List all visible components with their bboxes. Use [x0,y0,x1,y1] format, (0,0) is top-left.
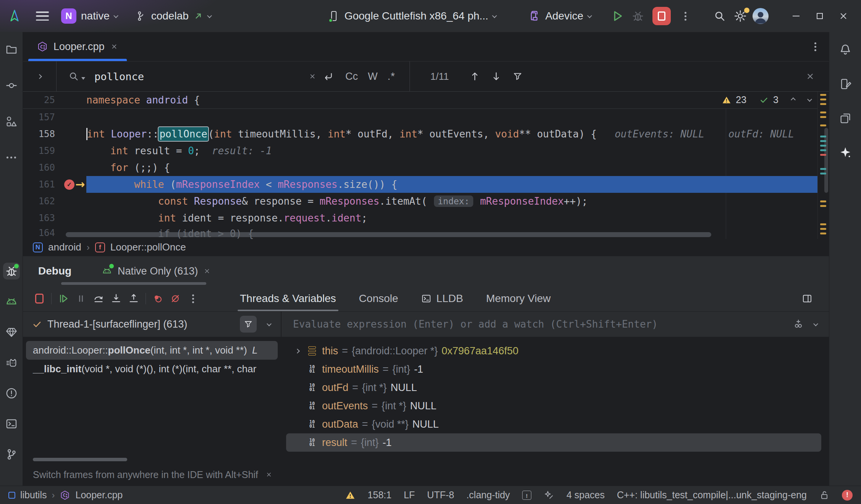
filter-search-button[interactable] [512,71,523,82]
unlock-icon[interactable] [819,490,830,501]
regex-toggle[interactable]: .* [387,71,395,82]
project-widget[interactable]: N native [61,8,118,24]
stripe-mark[interactable] [820,228,826,230]
view-breakpoints-button[interactable] [149,290,167,307]
gutter[interactable] [63,159,86,176]
gemini-tool-button[interactable] [837,144,854,161]
gutter[interactable] [63,109,86,126]
avatar[interactable] [753,8,769,24]
debug-tool-button[interactable] [3,263,20,279]
stripe-mark[interactable] [820,140,826,142]
code-suggestion-icon[interactable] [544,490,554,501]
stripe-mark[interactable] [820,149,826,151]
search-mode-button[interactable] [68,71,85,82]
tab-memory-view[interactable]: Memory View [474,286,562,311]
mute-breakpoints-button[interactable] [167,290,184,307]
previous-match-button[interactable] [469,71,480,82]
code-line[interactable]: 157 [23,109,829,126]
more-actions-button[interactable] [677,8,694,24]
clear-search-icon[interactable] [309,73,316,80]
breakpoint-icon[interactable]: ✓ [64,179,74,190]
code-editor[interactable]: 25namespace android { 157158int Looper::… [23,92,829,239]
horizontal-scrollbar[interactable] [66,232,711,237]
status-module[interactable]: libutils [20,489,47,501]
editor-tab-looper[interactable]: C Looper.cpp [28,32,127,61]
status-file[interactable]: Looper.cpp [75,489,123,501]
stripe-mark[interactable] [820,145,826,147]
tabstrip-scrollbar[interactable] [61,282,206,285]
dismiss-hint-icon[interactable] [266,472,272,478]
chevron-down-icon[interactable] [267,321,272,326]
chevron-down-icon[interactable] [813,321,818,326]
debug-window-title[interactable]: Debug [38,265,71,277]
settings-button[interactable] [732,8,749,24]
error-stripe[interactable] [817,92,829,239]
stripe-mark[interactable] [820,205,826,207]
frame-row[interactable]: android::Looper::pollOnce(int, int *, in… [26,341,278,360]
gutter[interactable] [63,210,86,226]
code-line[interactable]: 161✓→ while (mResponseIndex < mResponses… [23,176,829,193]
stop-process-button[interactable] [31,290,48,307]
gutter[interactable] [63,142,86,159]
variable-row-selected[interactable]: result = {int} -1 [286,433,821,452]
profiler-tool-button[interactable] [3,354,20,371]
frames-scrollbar[interactable] [33,458,127,461]
add-watch-icon[interactable] [793,318,804,330]
hide-frames-filter-button[interactable] [240,316,257,333]
code-line[interactable]: 158int Looper::pollOnce(int timeoutMilli… [23,126,829,142]
tab-options-button[interactable] [807,46,824,48]
gutter[interactable] [63,126,86,142]
device-name[interactable]: Google Cuttlefish x86_64 ph... [345,10,489,22]
commit-tool-button[interactable] [3,77,20,94]
breadcrumb-namespace[interactable]: android [48,241,81,253]
device-selector[interactable]: Google Cuttlefish x86_64 ph... [328,10,497,22]
stop-button[interactable] [652,7,671,25]
project-name[interactable]: native [81,10,110,22]
inspection-widget-icon[interactable]: ! [522,491,531,500]
stripe-mark[interactable] [820,173,826,174]
clang-tidy-widget[interactable]: .clang-tidy [466,489,510,501]
tab-console[interactable]: Console [348,286,410,311]
stripe-mark[interactable] [820,223,826,225]
search-everywhere-button[interactable] [711,8,728,24]
variable-row[interactable]: this = {android::Looper *} 0x7967aa146f5… [286,342,821,360]
app-quality-insights-tool-button[interactable] [3,324,20,341]
expand-icon[interactable] [295,349,300,354]
breadcrumb-function[interactable]: Looper::pollOnce [110,241,186,253]
code-line[interactable]: 25namespace android { [23,92,829,108]
variable-row[interactable]: outEvents = {int *} NULL [286,397,821,415]
gutter[interactable] [63,193,86,210]
tab-lldb[interactable]: LLDB [409,286,474,311]
variable-row[interactable]: timeoutMillis = {int} -1 [286,360,821,378]
tab-threads-variables[interactable]: Threads & Variables [228,286,348,311]
warning-icon[interactable] [345,490,355,500]
evaluate-input[interactable] [293,318,783,330]
search-input[interactable] [94,71,308,82]
logcat-tool-button[interactable] [3,293,20,310]
stripe-mark[interactable] [820,111,826,113]
variable-row[interactable]: outData = {void **} NULL [286,415,821,433]
adevice-label[interactable]: Adevice [545,10,583,22]
gutter[interactable]: ✓→ [63,176,86,193]
stripe-mark[interactable] [820,116,826,118]
running-devices-tool-button[interactable] [837,76,854,92]
more-tool-windows-button[interactable] [3,149,20,166]
caret-position[interactable]: 158:1 [367,489,392,501]
layout-inspector-tool-button[interactable] [837,110,854,127]
problems-tool-button[interactable] [3,385,20,402]
newline-icon[interactable] [323,71,334,82]
next-issue-icon[interactable] [807,97,812,102]
stripe-mark[interactable] [820,124,826,126]
structure-tool-button[interactable] [3,113,20,130]
code-line[interactable]: 162 const Response& response = mResponse… [23,193,829,210]
frame-row[interactable]: __libc_init(void *, void (*)(), int (*)(… [26,360,278,378]
project-badge[interactable]: N [61,8,76,24]
match-case-toggle[interactable]: Cc [345,71,358,82]
step-out-button[interactable] [125,290,142,307]
session-close-icon[interactable] [204,268,210,274]
vertical-scrollbar[interactable] [824,128,828,193]
words-toggle[interactable]: W [368,71,377,82]
tab-close-icon[interactable] [111,43,118,50]
close-search-icon[interactable] [806,72,814,81]
terminal-tool-button[interactable] [3,415,20,432]
